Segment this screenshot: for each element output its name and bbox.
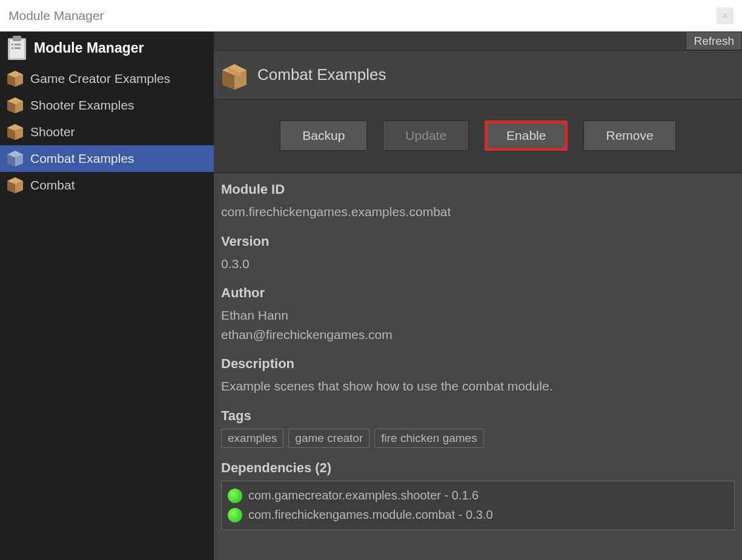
tag: game creator xyxy=(288,429,369,448)
module-title: Combat Examples xyxy=(257,65,386,84)
svg-rect-5 xyxy=(12,47,13,49)
sidebar-item-label: Shooter Examples xyxy=(30,98,134,113)
tags-row: examplesgame creatorfire chicken games xyxy=(221,429,735,448)
module-id-group: Module ID com.firechickengames.examples.… xyxy=(221,182,735,222)
enable-button-label: Enable xyxy=(506,128,546,143)
sidebar-item-label: Game Creator Examples xyxy=(30,71,170,86)
sidebar-item[interactable]: Shooter xyxy=(0,119,214,145)
sidebar-item[interactable]: Combat Examples xyxy=(0,145,214,172)
remove-button-label: Remove xyxy=(606,128,653,143)
description-group: Description Example scenes that show how… xyxy=(221,356,735,396)
window-close-button[interactable]: × xyxy=(717,7,734,24)
sidebar-item-label: Combat xyxy=(30,178,75,193)
enable-button[interactable]: Enable xyxy=(485,120,568,151)
sidebar: Module Manager Game Creator ExamplesShoo… xyxy=(0,31,214,560)
top-bar: Refresh xyxy=(214,31,742,51)
status-dot-ok-icon xyxy=(228,508,242,522)
sidebar-item-label: Combat Examples xyxy=(30,151,134,166)
sidebar-item-label: Shooter xyxy=(30,125,75,139)
dependency-text: com.gamecreator.examples.shooter - 0.1.6 xyxy=(248,489,479,502)
close-icon: × xyxy=(722,10,729,22)
sidebar-item[interactable]: Combat xyxy=(0,172,214,199)
sidebar-header: Module Manager xyxy=(0,31,214,65)
tag: examples xyxy=(221,429,283,448)
module-header: Combat Examples xyxy=(214,51,742,99)
update-button[interactable]: Update xyxy=(383,120,469,151)
package-icon xyxy=(6,95,24,116)
dependency-text: com.firechickengames.module.combat - 0.3… xyxy=(248,508,493,522)
module-id-value: com.firechickengames.examples.combat xyxy=(221,202,735,222)
tag: fire chicken games xyxy=(374,429,483,448)
module-id-label: Module ID xyxy=(221,182,735,197)
tags-group: Tags examplesgame creatorfire chicken ga… xyxy=(221,408,735,448)
sidebar-title: Module Manager xyxy=(34,40,144,56)
author-group: Author Ethan Hann ethan@firechickengames… xyxy=(221,285,735,344)
svg-rect-3 xyxy=(12,44,13,45)
description-label: Description xyxy=(221,356,735,372)
package-icon xyxy=(6,68,24,89)
author-label: Author xyxy=(221,285,735,301)
refresh-button-label: Refresh xyxy=(694,35,734,48)
sidebar-item[interactable]: Game Creator Examples xyxy=(0,65,214,92)
refresh-button[interactable]: Refresh xyxy=(686,31,742,50)
main-layout: Module Manager Game Creator ExamplesShoo… xyxy=(0,31,742,560)
module-details: Module ID com.firechickengames.examples.… xyxy=(214,173,742,551)
status-dot-ok-icon xyxy=(228,489,242,503)
content-panel: Refresh Combat Examples Backup Update En… xyxy=(214,31,742,560)
package-icon xyxy=(6,122,24,142)
sidebar-items: Game Creator ExamplesShooter ExamplesSho… xyxy=(0,65,214,199)
dependencies-group: Dependencies (2) com.gamecreator.example… xyxy=(221,460,735,530)
svg-rect-2 xyxy=(13,36,21,41)
package-icon xyxy=(220,61,249,90)
backup-button[interactable]: Backup xyxy=(280,120,367,151)
update-button-label: Update xyxy=(405,128,446,143)
dependency-row: com.gamecreator.examples.shooter - 0.1.6 xyxy=(228,486,728,506)
author-email: ethan@firechickengames.com xyxy=(221,325,735,344)
version-group: Version 0.3.0 xyxy=(221,234,735,274)
package-icon xyxy=(6,148,24,169)
version-value: 0.3.0 xyxy=(221,254,735,274)
package-icon xyxy=(6,175,24,196)
description-value: Example scenes that show how to use the … xyxy=(221,377,735,396)
dependencies-label: Dependencies (2) xyxy=(221,460,735,476)
tags-label: Tags xyxy=(221,408,735,424)
svg-rect-4 xyxy=(15,44,21,45)
clipboard-icon xyxy=(6,35,28,61)
author-name: Ethan Hann xyxy=(221,306,735,325)
dependencies-box: com.gamecreator.examples.shooter - 0.1.6… xyxy=(221,481,735,530)
actions-bar: Backup Update Enable Remove xyxy=(214,99,742,173)
backup-button-label: Backup xyxy=(302,128,345,143)
dependency-row: com.firechickengames.module.combat - 0.3… xyxy=(228,506,728,525)
remove-button[interactable]: Remove xyxy=(583,120,675,151)
sidebar-item[interactable]: Shooter Examples xyxy=(0,92,214,119)
svg-rect-6 xyxy=(15,47,21,49)
window-title-bar: Module Manager × xyxy=(0,0,742,31)
version-label: Version xyxy=(221,234,735,249)
window-title: Module Manager xyxy=(8,8,104,23)
